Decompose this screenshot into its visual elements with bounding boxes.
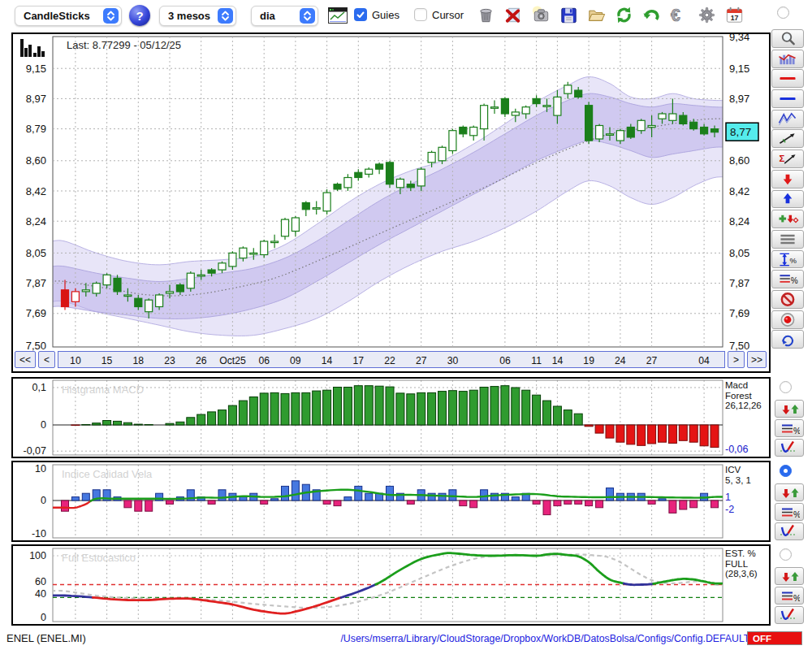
svg-text:-0,07: -0,07 — [24, 445, 47, 457]
svg-text:9,15: 9,15 — [26, 63, 46, 75]
levels-percent-icon[interactable]: % — [771, 270, 804, 288]
scroll-next-button[interactable]: > — [728, 351, 745, 368]
timeframe-value: dia — [260, 10, 275, 22]
delete-red-x-icon[interactable] — [503, 3, 525, 26]
arrow-up-blue-icon[interactable] — [771, 190, 804, 209]
blue-hline-icon[interactable] — [771, 89, 804, 108]
help-icon: ? — [136, 9, 143, 23]
svg-text:Σ: Σ — [780, 154, 785, 163]
icv-curve-icon[interactable] — [775, 522, 804, 540]
vertical-range-percent-icon[interactable]: % — [771, 250, 804, 269]
period-value: 3 mesos — [168, 10, 210, 22]
macd-panel-radio[interactable] — [780, 381, 792, 393]
zoom-icon[interactable] — [771, 29, 804, 48]
main-chart-panel — [51, 37, 730, 347]
refresh-icon[interactable] — [613, 3, 635, 26]
main-chart-radio[interactable] — [777, 6, 789, 19]
svg-text:7,50: 7,50 — [729, 340, 749, 352]
stochastic-signal-line — [51, 554, 730, 608]
chart-type-value: CandleSticks — [24, 10, 90, 22]
svg-text:0: 0 — [41, 495, 46, 506]
svg-text:-10: -10 — [32, 528, 46, 540]
macd-levels-percent-icon[interactable]: % — [775, 419, 804, 437]
svg-text:9,15: 9,15 — [729, 63, 749, 75]
macd-panel-buttons: % — [775, 400, 804, 457]
svg-text:8,97: 8,97 — [729, 93, 749, 105]
icv-bars — [62, 481, 719, 515]
main-toolbar: CandleSticks ? 3 mesos dia Guies — [0, 0, 812, 32]
est-levels-percent-icon[interactable]: % — [775, 587, 804, 604]
off-toggle-button[interactable]: OFF — [747, 631, 802, 645]
est-curve-icon[interactable] — [775, 606, 804, 624]
trading-app-window: CandleSticks ? 3 mesos dia Guies — [0, 0, 812, 650]
timeframe-select[interactable]: dia — [251, 6, 318, 26]
lines-icon[interactable] — [771, 230, 804, 249]
undo-icon[interactable] — [641, 3, 663, 26]
camera-icon[interactable] — [530, 3, 552, 26]
arrow-down-red-icon[interactable] — [771, 170, 804, 188]
svg-text:7,69: 7,69 — [729, 307, 749, 319]
chart-type-select[interactable]: CandleSticks — [15, 6, 122, 26]
forbidden-icon[interactable] — [771, 290, 804, 309]
trash-icon[interactable] — [475, 3, 497, 26]
macd-signal-arrows-icon[interactable] — [775, 400, 804, 418]
icv-panel-radio[interactable] — [780, 465, 792, 477]
sum-trendline-icon[interactable]: Σ — [771, 150, 804, 168]
svg-text:8,24: 8,24 — [26, 215, 46, 228]
svg-text:8,79: 8,79 — [26, 123, 46, 135]
cursor-checkbox[interactable] — [414, 8, 427, 21]
help-button[interactable]: ? — [129, 5, 150, 26]
red-hline-icon[interactable] — [771, 69, 804, 88]
scroll-prev-button[interactable]: < — [38, 351, 55, 368]
svg-text:7,50: 7,50 — [26, 340, 46, 352]
scroll-first-button[interactable]: << — [15, 351, 36, 368]
scroll-last-button[interactable]: >> — [747, 351, 767, 368]
svg-text:%: % — [793, 509, 800, 519]
config-path-link[interactable]: /Users/mserra/Library/CloudStorage/Dropb… — [340, 633, 767, 644]
trendline-icon[interactable] — [771, 129, 804, 148]
refresh-blue-icon[interactable] — [771, 330, 804, 349]
indicator-chart-icon[interactable] — [771, 50, 804, 68]
svg-text:8,42: 8,42 — [26, 185, 46, 197]
histogram-mini-icon — [20, 39, 45, 57]
svg-text:€: € — [671, 5, 680, 24]
open-folder-icon[interactable] — [585, 3, 607, 26]
guies-checkbox[interactable] — [354, 8, 367, 21]
svg-text:FULL: FULL — [725, 559, 749, 569]
svg-text:8,24: 8,24 — [729, 215, 749, 228]
drawing-tools-sidebar: Σ%% — [771, 29, 806, 349]
panel-borders — [12, 33, 770, 625]
svg-text:%: % — [791, 276, 798, 285]
price-axis-right: 9,349,158,978,608,428,248,057,877,697,50 — [729, 31, 749, 352]
record-icon[interactable] — [771, 310, 804, 329]
chevron-up-down-icon — [300, 8, 315, 24]
add-signal-icon[interactable] — [771, 210, 804, 228]
chevron-up-down-icon — [103, 8, 119, 24]
euro-icon[interactable]: € — [668, 3, 690, 26]
chart-canvas: 9,158,978,798,608,428,248,057,877,697,50… — [0, 0, 812, 650]
svg-text:Indice Calidad Vela: Indice Calidad Vela — [62, 468, 153, 480]
price-axis-left: 9,158,978,798,608,428,248,057,877,697,50 — [26, 63, 46, 352]
svg-text:5, 3, 1: 5, 3, 1 — [725, 475, 751, 485]
date-axis — [58, 351, 725, 368]
cursor-checkbox-row: Cursor — [414, 8, 464, 21]
zigzag-icon[interactable] — [771, 110, 804, 128]
period-select[interactable]: 3 mesos — [159, 6, 236, 26]
svg-text:ICV: ICV — [725, 465, 741, 474]
est-signal-arrows-icon[interactable] — [775, 567, 804, 585]
calendar-icon[interactable]: 17 — [723, 3, 745, 26]
svg-text:%: % — [793, 426, 800, 436]
icv-signal-arrows-icon[interactable] — [775, 483, 804, 501]
macd-histogram-bars — [71, 386, 719, 448]
main-gridlines — [53, 37, 723, 347]
macd-curve-icon[interactable] — [775, 439, 804, 457]
chart-window-icon[interactable] — [328, 7, 348, 24]
svg-text:40: 40 — [35, 588, 46, 600]
icv-levels-percent-icon[interactable]: % — [775, 503, 804, 521]
settings-icon[interactable] — [696, 3, 718, 26]
svg-text:-0,06: -0,06 — [725, 444, 749, 455]
svg-text:Full Estocastico: Full Estocastico — [62, 552, 136, 564]
save-icon[interactable] — [558, 3, 580, 26]
est-panel-radio[interactable] — [780, 548, 792, 561]
svg-text:8,60: 8,60 — [729, 154, 749, 167]
